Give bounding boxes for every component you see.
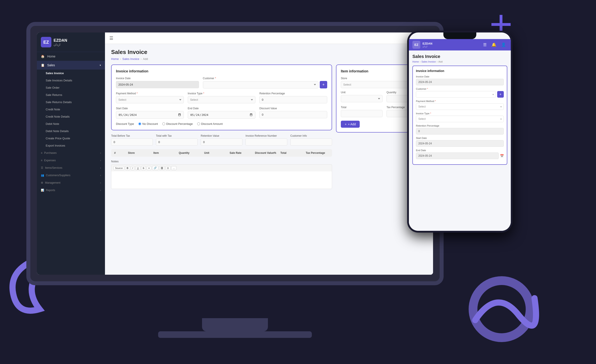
total-with-tax-input[interactable]	[156, 138, 198, 146]
editor-s-btn[interactable]: S	[141, 166, 146, 170]
total-before-tax-input[interactable]	[111, 138, 153, 146]
breadcrumb-sep-1: ›	[120, 57, 121, 61]
sidebar-section-customers[interactable]: 👥 Customers/Suppliers ›	[37, 172, 105, 179]
phone-bc-home[interactable]: Home	[412, 60, 419, 63]
phone-menu-icon[interactable]: ☰	[483, 42, 487, 47]
sidebar-sub-debit-note-details[interactable]: Debit Note Details	[37, 127, 105, 135]
logo-name: EZDAN	[54, 38, 67, 43]
discount-amount-radio[interactable]	[197, 123, 200, 125]
discount-pct-label[interactable]: Discount Percentage	[162, 122, 193, 125]
logo-icon: EZ	[41, 37, 51, 47]
sidebar-section-management[interactable]: ⚙ Management ›	[37, 179, 105, 187]
phone-app-name-ar: ازدان	[423, 45, 432, 48]
sidebar-section-expenses[interactable]: ≡ Expenses ›	[37, 157, 105, 164]
sidebar-sub-credit-note[interactable]: Credit Note	[37, 106, 105, 113]
hamburger-icon[interactable]: ☰	[109, 36, 113, 41]
phone-breadcrumb: Home › Sales Invoice › Add	[412, 60, 507, 63]
editor-align-btn[interactable]: ≡	[147, 166, 151, 170]
phone-calendar-icon[interactable]: 📅	[500, 154, 504, 158]
phone-section-title: Invoice information	[416, 69, 504, 73]
invoice-ref-input[interactable]	[246, 138, 287, 146]
sidebar-section-reports[interactable]: 📊 Reports ›	[37, 187, 105, 194]
phone-end-date-label: End Date	[416, 149, 504, 152]
phone-user-icon[interactable]: 👤	[501, 42, 506, 47]
laptop-body: EZ EZDAN ازدان 🏠 Home 📋 Sales ▾ Sal	[26, 22, 444, 285]
no-discount-text: No Discount	[142, 122, 158, 125]
editor-source-btn[interactable]: Source	[113, 166, 124, 170]
sidebar-sub-sale-invoices-details[interactable]: Sale Invoices Details	[37, 77, 105, 84]
sidebar-sub-sale-returns[interactable]: Sale Returns	[37, 91, 105, 99]
editor-area[interactable]	[111, 171, 332, 189]
sale-invoices-details-label: Sale Invoices Details	[46, 79, 72, 82]
phone-customer-add-button[interactable]: +	[497, 91, 504, 98]
phone-page-title: Sales Invoice	[412, 54, 507, 59]
editor-more-btn[interactable]: ...	[171, 166, 176, 170]
discount-pct-radio[interactable]	[162, 123, 165, 125]
end-date-input[interactable]	[188, 111, 256, 119]
customer-add-button[interactable]: +	[320, 81, 327, 88]
total-input[interactable]	[341, 110, 383, 117]
sidebar-item-sales[interactable]: 📋 Sales ▾	[37, 61, 105, 70]
phone-bell-icon[interactable]: 🔔	[492, 42, 496, 47]
payment-invoice-retention-row: Payment Method * Select Invoice Type *	[116, 92, 327, 103]
phone-payment-select[interactable]: Select	[416, 103, 504, 110]
add-item-button[interactable]: + + Add	[341, 121, 360, 128]
customer-info-label: Customer Info	[290, 134, 332, 137]
editor-img-btn[interactable]: 🖼	[159, 166, 165, 170]
editor-b-btn[interactable]: B	[125, 166, 130, 170]
phone-invoice-date-input[interactable]	[416, 79, 504, 85]
editor-u-btn[interactable]: U	[135, 166, 140, 170]
breadcrumb-sales-invoice[interactable]: Sales Invoice	[122, 57, 139, 61]
th-store: Store	[128, 151, 151, 154]
sidebar-sub-create-price-quote[interactable]: Create Price Quote	[37, 135, 105, 142]
retention-pct-input[interactable]	[259, 96, 327, 103]
sidebar-sub-debit-note[interactable]: Debit Note	[37, 120, 105, 127]
phone-form-section: Invoice information Invoice Date Custome…	[412, 66, 507, 165]
no-discount-label[interactable]: No Discount	[138, 122, 158, 125]
sidebar-sub-credit-note-details[interactable]: Credit Note Details	[37, 113, 105, 120]
editor-link-btn[interactable]: 🔗	[152, 166, 158, 170]
sidebar-item-home[interactable]: 🏠 Home	[37, 52, 105, 61]
reports-icon: 📊	[41, 189, 44, 192]
phone-bc-invoice[interactable]: Sales Invoice	[421, 60, 436, 63]
invoice-ref-label: Invoice Reference Number	[246, 134, 287, 137]
sidebar-sub-sale-returns-details[interactable]: Sale Returns Details	[37, 99, 105, 106]
invoice-info-section: Invoice information Invoice Date Custome…	[111, 65, 332, 130]
unit-select[interactable]	[341, 95, 383, 102]
sidebar: EZ EZDAN ازدان 🏠 Home 📋 Sales ▾ Sal	[37, 32, 105, 275]
phone-start-date-input[interactable]	[416, 140, 504, 147]
sidebar-sub-sale-order[interactable]: Sale Order	[37, 84, 105, 91]
start-date-input[interactable]	[116, 111, 184, 119]
retention-value-field: Retention Value	[201, 134, 242, 146]
sidebar-sub-export-invoices[interactable]: Export Invoices	[37, 142, 105, 149]
sidebar-section-items[interactable]: ☰ Items/Services ›	[37, 164, 105, 172]
invoice-info-title: Invoice information	[116, 69, 327, 73]
discount-type-label: Discount Type	[116, 122, 134, 125]
phone-end-date-input[interactable]	[416, 153, 499, 159]
phone-invoice-type-select[interactable]: Select	[416, 116, 504, 122]
retention-value-input[interactable]	[201, 138, 242, 146]
sidebar-section-purchases[interactable]: ≡ Purchases ›	[37, 149, 105, 157]
no-discount-radio[interactable]	[138, 123, 141, 125]
invoice-date-input[interactable]	[116, 81, 199, 88]
phone-topbar: EZ EZDAN ازدان ☰ 🔔 👤	[409, 39, 511, 51]
discount-value-group: Discount Value	[259, 107, 327, 119]
discount-value-input[interactable]	[259, 111, 327, 118]
editor-omega-btn[interactable]: Ω	[166, 166, 171, 170]
sidebar-sub-sales-invoice[interactable]: Sales Invoice	[37, 70, 105, 77]
phone-logo: EZ	[412, 41, 420, 49]
discount-amount-label[interactable]: Discount Amount	[197, 122, 223, 125]
payment-method-select[interactable]: Select	[116, 96, 184, 103]
customers-label: Customers/Suppliers	[46, 174, 70, 177]
breadcrumb-home[interactable]: Home	[111, 57, 119, 61]
phone-invoice-date-group: Invoice Date	[416, 75, 504, 85]
phone-retention-input[interactable]	[416, 128, 504, 134]
phone-customer-select[interactable]	[416, 91, 496, 98]
editor-i-btn[interactable]: I	[131, 166, 135, 170]
customer-info-input[interactable]	[290, 138, 332, 146]
invoice-type-select[interactable]: Select	[188, 96, 256, 103]
customer-select[interactable]	[203, 81, 318, 88]
invoice-date-customer-row: Invoice Date Customer *	[116, 77, 327, 88]
sale-order-label: Sale Order	[46, 86, 60, 89]
customers-icon: 👥	[41, 174, 44, 177]
